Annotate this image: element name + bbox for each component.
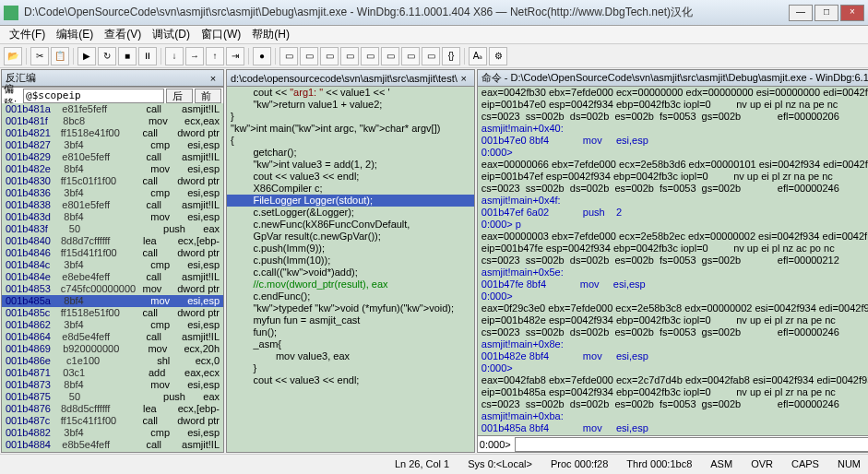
menu-edit[interactable]: 编辑(E)	[51, 27, 99, 42]
command-line: cs=0023 ss=002b ds=002b es=002b fs=0053 …	[478, 111, 868, 123]
disasm-row[interactable]: 001b481f8bc8movecx,eax	[2, 115, 223, 127]
disasm-row[interactable]: 001b487103c1addeax,ecx	[2, 367, 223, 379]
disasm-row[interactable]: 001b4853c745fc00000000movdword ptr	[2, 283, 223, 295]
disasm-row[interactable]: 001b487550pusheax	[2, 391, 223, 403]
source-line[interactable]: X86Compiler c;	[227, 183, 474, 195]
disasm-row[interactable]: 001b481ae81fe5feffcallasmjit!IL	[2, 103, 223, 115]
break-icon[interactable]: ⏸	[138, 47, 157, 65]
stop-icon[interactable]: ■	[118, 47, 137, 65]
source-line[interactable]: c.call(("kw">void*)add);	[227, 267, 474, 278]
source-line[interactable]: "kw">typedef "kw">void (*myfun)("kw">voi…	[227, 302, 474, 314]
disasm-row[interactable]: 001b484ee8ebe4feffcallasmjit!IL	[2, 271, 223, 283]
disasm-row[interactable]: 001b485a8bf4movesi,esp	[2, 295, 223, 307]
disasm-row[interactable]: 001b48363bf4cmpesi,esp	[2, 187, 223, 199]
source-line[interactable]: _asm{	[227, 338, 474, 350]
open-icon[interactable]: 📂	[4, 47, 22, 65]
step-out-icon[interactable]: ↑	[206, 47, 224, 65]
command-body[interactable]: eax=0042fb30 ebx=7efde000 ecx=00000000 e…	[478, 87, 868, 435]
source-line[interactable]: c.newFunc(kX86FuncConvDefault,	[227, 219, 474, 231]
disasm-row[interactable]: 001b48823bf4cmpesi,esp	[2, 427, 223, 439]
source-line[interactable]: "kw">int main("kw">int argc, "kw">char* …	[227, 123, 474, 135]
source-line[interactable]: GpVar result(c.newGpVar());	[227, 231, 474, 243]
command-line: eax=0042fb30 ebx=7efde000 ecx=00000000 e…	[478, 87, 868, 99]
maximize-button[interactable]: □	[814, 5, 838, 21]
source-line[interactable]: "kw">int value3 = add(1, 2);	[227, 159, 474, 171]
source-line[interactable]: "kw">return value1 + value2;	[227, 99, 474, 111]
command-line: cs=0023 ss=002b ds=002b es=002b fs=0053 …	[478, 183, 868, 195]
cut-icon[interactable]: ✂	[30, 47, 49, 65]
restart-icon[interactable]: ↻	[98, 47, 116, 65]
disasm-row[interactable]: 001b4846ff15d41f1f00calldword ptr	[2, 247, 223, 259]
status-lncol: Ln 26, Col 1	[391, 458, 453, 469]
menu-view[interactable]: 查看(V)	[99, 27, 147, 42]
disasm-row[interactable]: 001b4821ff1518e41f00calldword ptr	[2, 127, 223, 139]
disasm-close-icon[interactable]: ×	[207, 73, 220, 84]
disasm-row[interactable]: 001b4830ff15c01f1f00calldword ptr	[2, 175, 223, 187]
run-to-cursor-icon[interactable]: ⇥	[226, 47, 244, 65]
disasm-row[interactable]: 001b4864e8d5e4feffcallasmjit!IL	[2, 331, 223, 343]
go-icon[interactable]: ▶	[77, 47, 96, 65]
step-into-icon[interactable]: ↓	[165, 47, 184, 65]
menu-help[interactable]: 帮助(H)	[246, 27, 295, 42]
disasm-row[interactable]: 001b485cff1518e51f00calldword ptr	[2, 307, 223, 319]
source-line[interactable]: //c.mov(dword_ptr(result), eax	[227, 278, 474, 290]
disasm-row[interactable]: 001b483d8bf4movesi,esp	[2, 211, 223, 223]
source-line[interactable]: FileLogger Logger(stdout);	[227, 195, 474, 207]
disasm-row[interactable]: 001b4889c645fc01movbyte ptr	[2, 451, 223, 452]
copy-icon[interactable]: 📋	[51, 47, 69, 65]
window-scratch-icon[interactable]: ▭	[422, 47, 440, 65]
disasm-row[interactable]: 001b4884e8b5e4feffcallasmjit!IL	[2, 439, 223, 451]
menu-file[interactable]: 文件(F)	[4, 27, 51, 42]
command-input[interactable]	[515, 437, 868, 452]
source-body[interactable]: cout << "arg1: " << value1 << ' "kw">ret…	[227, 87, 474, 452]
disasm-row[interactable]: 001b4829e810e5feffcallasmjit!IL	[2, 151, 223, 163]
window-registers-icon[interactable]: ▭	[340, 47, 359, 65]
window-cmd-icon[interactable]: ▭	[279, 47, 298, 65]
source-line[interactable]: cout << value3 << endl;	[227, 171, 474, 183]
minimize-button[interactable]: —	[789, 5, 813, 21]
source-line[interactable]: fun();	[227, 326, 474, 338]
source-line[interactable]: }	[227, 111, 474, 123]
source-line[interactable]: c.endFunc();	[227, 290, 474, 302]
disasm-row[interactable]: 001b4838e801e5feffcallasmjit!IL	[2, 199, 223, 211]
breakpoint-icon[interactable]: ●	[253, 47, 271, 65]
disasm-row[interactable]: 001b4869b920000000movecx,20h	[2, 343, 223, 355]
menu-debug[interactable]: 调试(D)	[147, 27, 196, 42]
source-line[interactable]: c.push(Imm(10));	[227, 255, 474, 267]
disasm-row[interactable]: 001b487cff15c41f1f00calldword ptr	[2, 415, 223, 427]
disasm-body[interactable]: 001b481ae81fe5feffcallasmjit!IL001b481f8…	[2, 103, 223, 452]
source-close-icon[interactable]: ×	[458, 73, 470, 84]
source-mode-icon[interactable]: {}	[442, 47, 460, 65]
forward-button[interactable]: 前进	[195, 89, 221, 103]
close-button[interactable]: ×	[840, 5, 864, 21]
source-line[interactable]: mov value3, eax	[227, 350, 474, 362]
source-line[interactable]: c.push(Imm(9));	[227, 243, 474, 255]
source-line[interactable]: cout << "arg1: " << value1 << '	[227, 87, 474, 99]
step-over-icon[interactable]: →	[185, 47, 204, 65]
window-disasm-icon[interactable]: ▭	[401, 47, 420, 65]
font-icon[interactable]: Aₐ	[469, 47, 487, 65]
window-memory-icon[interactable]: ▭	[361, 47, 379, 65]
offset-input[interactable]	[23, 89, 164, 103]
disasm-row[interactable]: 001b482e8bf4movesi,esp	[2, 163, 223, 175]
disasm-row[interactable]: 001b48623bf4cmpesi,esp	[2, 319, 223, 331]
source-line[interactable]: c.setLogger(&Logger);	[227, 207, 474, 219]
back-button[interactable]: 后退	[166, 89, 193, 103]
disasm-row[interactable]: 001b484c3bf4cmpesi,esp	[2, 259, 223, 271]
window-call-icon[interactable]: ▭	[381, 47, 399, 65]
menu-window[interactable]: 窗口(W)	[196, 27, 246, 42]
disasm-row[interactable]: 001b48768d8d5cffffffleaecx,[ebp-	[2, 403, 223, 415]
source-line[interactable]: {	[227, 135, 474, 147]
source-line[interactable]: getchar();	[227, 147, 474, 159]
source-line[interactable]: cout << value3 << endl;	[227, 374, 474, 386]
window-locals-icon[interactable]: ▭	[320, 47, 339, 65]
disasm-row[interactable]: 001b48738bf4movesi,esp	[2, 379, 223, 391]
disasm-row[interactable]: 001b48408d8d7cffffffleaecx,[ebp-	[2, 235, 223, 247]
window-watch-icon[interactable]: ▭	[300, 47, 318, 65]
disasm-row[interactable]: 001b48273bf4cmpesi,esp	[2, 139, 223, 151]
disasm-row[interactable]: 001b483f50pusheax	[2, 223, 223, 235]
disasm-row[interactable]: 001b486ec1e100shlecx,0	[2, 355, 223, 367]
source-line[interactable]: }	[227, 362, 474, 374]
options-icon[interactable]: ⚙	[489, 47, 507, 65]
source-line[interactable]: myfun fun = asmjit_cast	[227, 314, 474, 326]
